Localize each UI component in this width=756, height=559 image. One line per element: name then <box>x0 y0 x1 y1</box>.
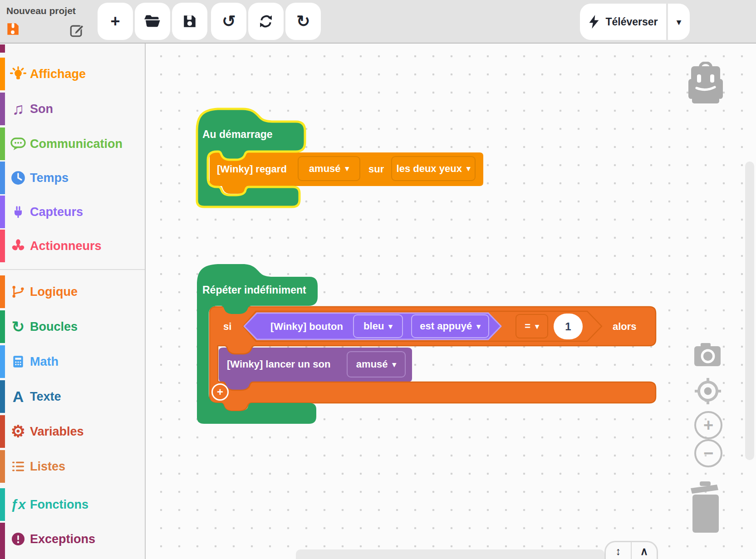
category-color-bar <box>0 310 5 343</box>
sidebar-item-variables[interactable]: ⚙ Variables <box>0 415 146 448</box>
dropdown-arrow-icon: ▾ <box>388 322 393 331</box>
redo-button[interactable]: ↻ <box>285 3 321 40</box>
chevron-down-icon: ▾ <box>677 17 681 27</box>
open-project-button[interactable] <box>135 3 170 40</box>
fan-icon <box>9 237 27 255</box>
lightbulb-icon <box>9 65 27 83</box>
sidebar-item-boucles[interactable]: ↻ Boucles <box>0 310 146 343</box>
then-label: alors <box>613 321 637 333</box>
category-label: Capteurs <box>30 205 83 219</box>
dropdown-arrow-icon: ▾ <box>466 164 471 173</box>
sidebar-divider <box>0 269 146 270</box>
save-icon <box>182 14 197 29</box>
blocks-layer <box>146 44 756 559</box>
calculator-icon <box>9 353 27 371</box>
collapse-button[interactable]: ∧ <box>632 542 657 559</box>
upload-button[interactable]: Téléverser <box>580 4 666 40</box>
sidebar-item-listes[interactable]: Listes <box>0 450 146 483</box>
operator-value: = <box>525 320 530 332</box>
category-color-bar <box>0 127 5 160</box>
emotion-dropdown[interactable]: amusé ▾ <box>298 156 360 181</box>
zoom-in-icon[interactable]: + <box>694 411 722 439</box>
lightning-bolt-icon <box>588 15 600 29</box>
category-color-bar <box>0 523 5 559</box>
category-label: Math <box>30 355 59 369</box>
exclamation-icon <box>9 530 27 548</box>
category-color-bar <box>0 58 5 90</box>
sidebar-item-son[interactable]: ♫ Son <box>0 93 146 125</box>
project-title: Nouveau projet <box>6 5 76 16</box>
undo-button[interactable]: ↺ <box>211 3 246 40</box>
sidebar-item-actionneurs[interactable]: Actionneurs <box>0 230 146 262</box>
horizontal-scrollbar[interactable] <box>296 549 604 559</box>
resize-handle-button[interactable]: ↕ <box>606 542 631 559</box>
new-project-button[interactable]: + <box>98 3 133 40</box>
sync-icon <box>258 13 274 29</box>
hat-label: Répéter indéfiniment <box>202 284 306 296</box>
sidebar-item-capteurs[interactable]: Capteurs <box>0 196 146 228</box>
category-label: Exceptions <box>30 532 95 546</box>
operator-dropdown[interactable]: = ▾ <box>515 314 548 338</box>
upload-options-button[interactable]: ▾ <box>668 4 690 40</box>
category-color-bar <box>0 415 5 448</box>
category-color-bar <box>0 380 5 413</box>
plug-icon <box>9 203 27 221</box>
workspace-collapse-control: ↕ ∧ <box>604 541 658 559</box>
dropdown-value: amusé <box>356 358 388 370</box>
value-input[interactable]: 1 <box>554 314 583 339</box>
value-text: 1 <box>565 320 571 333</box>
if-label: si <box>223 321 231 333</box>
category-color-bar <box>0 275 5 308</box>
dropdown-value: les deux yeux <box>397 163 462 175</box>
center-view-icon[interactable] <box>693 377 722 406</box>
loop-icon: ↻ <box>9 318 27 336</box>
screenshot-camera-icon[interactable] <box>692 341 722 369</box>
category-label: Variables <box>30 425 84 439</box>
button-color-dropdown[interactable]: bleu ▾ <box>353 314 403 338</box>
sidebar-item-communication[interactable]: Communication <box>0 127 146 160</box>
sidebar-item-exceptions[interactable]: Exceptions <box>0 523 146 555</box>
dropdown-arrow-icon: ▾ <box>535 322 539 331</box>
category-label: Temps <box>30 171 69 185</box>
category-label: Affichage <box>30 67 86 81</box>
sidebar-item-texte[interactable]: A Texte <box>0 380 146 413</box>
gear-icon: ⚙ <box>9 422 27 441</box>
vertical-scrollbar[interactable] <box>745 162 754 460</box>
button-state-dropdown[interactable]: est appuyé ▾ <box>411 314 489 338</box>
sync-button[interactable] <box>248 3 284 40</box>
music-note-icon: ♫ <box>9 100 27 118</box>
save-project-button[interactable] <box>172 3 207 40</box>
save-status-icon <box>6 22 19 36</box>
category-label: Texte <box>30 390 61 404</box>
sound-dropdown[interactable]: amusé ▾ <box>347 351 406 378</box>
folder-open-icon <box>144 13 161 29</box>
action-label: [Winky] lancer un son <box>227 358 330 370</box>
add-block-icon[interactable]: + <box>211 383 229 401</box>
hat-label: Au démarrage <box>202 128 273 141</box>
letter-a-icon: A <box>9 387 27 406</box>
chevron-up-icon: ∧ <box>640 545 648 558</box>
trash-icon[interactable] <box>688 480 723 534</box>
sidebar-item-math[interactable]: Math <box>0 345 146 378</box>
category-label: Communication <box>30 137 123 151</box>
edit-project-name-icon[interactable] <box>69 23 84 38</box>
clock-icon <box>9 169 27 187</box>
sidebar-item-fonctions[interactable]: ƒx Fonctions <box>0 488 146 521</box>
category-label: Boucles <box>30 320 78 334</box>
branch-icon <box>9 283 27 301</box>
zoom-out-icon[interactable]: − <box>694 439 722 467</box>
eyes-target-dropdown[interactable]: les deux yeux ▾ <box>391 156 476 181</box>
block-label: sur <box>368 163 384 175</box>
category-color-bar <box>0 488 5 521</box>
list-icon <box>9 457 27 476</box>
upload-button-label: Téléverser <box>605 16 658 28</box>
sidebar-item-temps[interactable]: Temps <box>0 162 146 194</box>
resize-icon: ↕ <box>616 545 621 558</box>
dropdown-value: est appuyé <box>420 320 472 332</box>
category-label: Logique <box>30 285 78 299</box>
sidebar-item-logique[interactable]: Logique <box>0 275 146 308</box>
scroll-remnant-bar <box>0 44 5 53</box>
dropdown-value: bleu <box>363 320 384 332</box>
sidebar-item-affichage[interactable]: Affichage <box>0 58 146 90</box>
backpack-icon[interactable] <box>687 62 724 105</box>
